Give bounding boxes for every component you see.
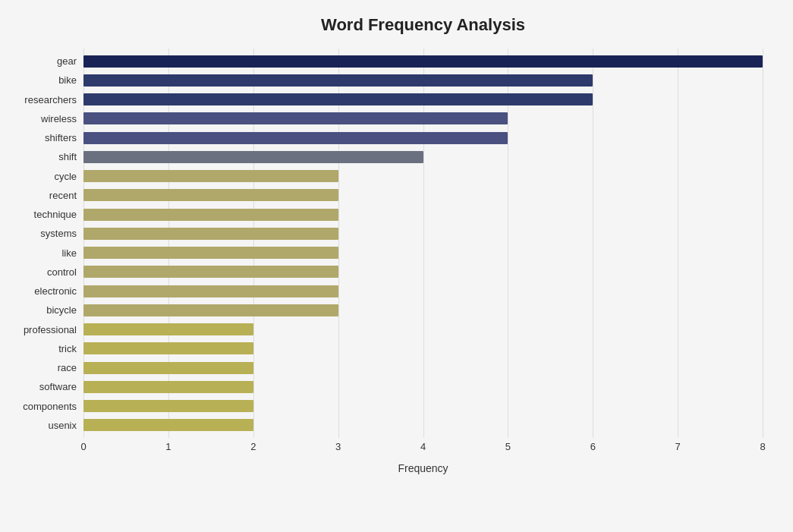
x-axis-title: Frequency — [83, 462, 763, 474]
y-axis-label: wireless — [0, 109, 80, 128]
bar-row — [83, 358, 763, 377]
bar-row — [83, 397, 763, 416]
plot-area: gearbikeresearcherswirelessshiftersshift… — [83, 49, 763, 438]
bar-row — [83, 244, 763, 263]
bar — [83, 419, 253, 431]
y-axis-label: electronic — [0, 282, 80, 301]
bar — [83, 285, 338, 297]
y-axis-label: control — [0, 263, 80, 282]
x-axis-tick: 0 — [80, 441, 86, 452]
y-axis-label: shifters — [0, 128, 80, 147]
bar — [83, 400, 253, 412]
bar-row — [83, 52, 763, 71]
bar — [83, 342, 253, 354]
bar — [83, 151, 423, 163]
x-axis-tick: 7 — [675, 441, 681, 452]
bar-row — [83, 224, 763, 243]
chart-container: Word Frequency Analysis gearbikeresearch… — [0, 0, 793, 532]
bar — [83, 132, 508, 144]
x-axis-tick: 4 — [420, 441, 426, 452]
bar — [83, 362, 253, 374]
bar-row — [83, 90, 763, 109]
bar-row — [83, 377, 763, 396]
y-axis-label: gear — [0, 52, 80, 71]
bar — [83, 74, 593, 87]
bar — [83, 112, 508, 124]
y-axis-label: bicycle — [0, 301, 80, 320]
y-axis-label: usenix — [0, 416, 80, 435]
bar-row — [83, 205, 763, 224]
bar-row — [83, 339, 763, 358]
x-axis-tick: 5 — [505, 441, 511, 452]
bar-row — [83, 186, 763, 205]
y-axis-label: trick — [0, 339, 80, 358]
grid-line — [763, 49, 763, 438]
y-axis-label: professional — [0, 320, 80, 339]
bar — [83, 189, 338, 201]
y-labels: gearbikeresearcherswirelessshiftersshift… — [0, 49, 80, 438]
bar — [83, 170, 338, 182]
bar — [83, 55, 763, 68]
bar-row — [83, 263, 763, 282]
bar-row — [83, 128, 763, 147]
bar-row — [83, 147, 763, 166]
y-axis-label: bike — [0, 71, 80, 90]
x-axis-tick: 1 — [165, 441, 171, 452]
x-axis-tick: 8 — [760, 441, 765, 452]
bars-wrapper — [83, 49, 763, 438]
bar — [83, 247, 338, 259]
y-axis-label: recent — [0, 186, 80, 205]
y-axis-label: cycle — [0, 167, 80, 186]
x-axis-tick: 6 — [590, 441, 596, 452]
bar-row — [83, 282, 763, 301]
bar — [83, 228, 338, 240]
bar — [83, 323, 253, 335]
y-axis-label: race — [0, 358, 80, 377]
x-axis-tick: 3 — [335, 441, 341, 452]
bar-row — [83, 416, 763, 435]
y-axis-label: shift — [0, 147, 80, 166]
bar-row — [83, 109, 763, 128]
x-labels-wrapper: 012345678 — [83, 441, 763, 459]
bar — [83, 93, 593, 105]
bar-row — [83, 320, 763, 339]
y-axis-label: technique — [0, 205, 80, 224]
bars-and-grid: gearbikeresearcherswirelessshiftersshift… — [83, 49, 763, 438]
chart-title: Word Frequency Analysis — [83, 15, 763, 35]
bar — [83, 209, 338, 221]
y-axis-label: systems — [0, 224, 80, 243]
y-axis-label: researchers — [0, 90, 80, 109]
y-axis-label: software — [0, 377, 80, 396]
bar-row — [83, 71, 763, 90]
bar-row — [83, 167, 763, 186]
y-axis-label: components — [0, 397, 80, 416]
x-axis-tick: 2 — [250, 441, 256, 452]
chart-area: gearbikeresearcherswirelessshiftersshift… — [83, 49, 763, 474]
bar — [83, 381, 253, 393]
y-axis-label: like — [0, 244, 80, 263]
bar — [83, 266, 338, 278]
bar-row — [83, 301, 763, 320]
bar — [83, 304, 338, 316]
